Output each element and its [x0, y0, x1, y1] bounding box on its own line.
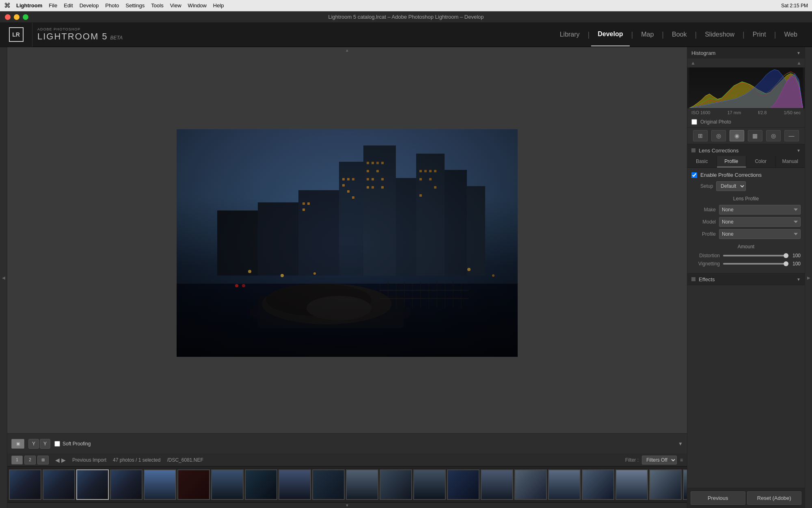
filmstrip-collapse-icon[interactable]: ≡ [680, 457, 683, 463]
vignetting-slider-thumb[interactable] [784, 261, 788, 266]
profile-select[interactable]: None [719, 229, 801, 239]
crop-tool[interactable]: ⊞ [693, 130, 708, 141]
thumb-1[interactable] [9, 469, 41, 500]
thumb-6[interactable] [177, 469, 210, 500]
distortion-slider-fill [723, 255, 786, 256]
previous-button[interactable]: Previous [691, 491, 745, 505]
menu-develop[interactable]: Develop [80, 2, 99, 9]
histogram-right-arrow[interactable]: ▲ [797, 60, 801, 66]
thumb-13[interactable] [413, 469, 446, 500]
next-arrow[interactable]: ▶ [61, 457, 66, 463]
minimize-button[interactable] [14, 14, 19, 20]
thumb-17[interactable] [548, 469, 581, 500]
menu-file[interactable]: File [49, 2, 57, 9]
thumb-5[interactable] [144, 469, 176, 500]
enable-corrections-checkbox[interactable] [691, 172, 697, 178]
radial-filter-tool[interactable]: ◎ [766, 130, 781, 141]
histogram-nav: ▲ ▲ [687, 59, 805, 67]
nav-web[interactable]: Web [777, 23, 804, 46]
filmstrip-file[interactable]: /DSC_6081.NEF [167, 457, 203, 463]
menu-window[interactable]: Window [188, 2, 207, 9]
setup-select[interactable]: Default [716, 181, 746, 191]
menu-settings[interactable]: Settings [125, 2, 145, 9]
app-header: LR ADOBE PHOTOSHOP LIGHTROOM 5 BETA Libr… [0, 23, 812, 47]
nav-book[interactable]: Book [665, 23, 693, 46]
thumb-7[interactable] [211, 469, 244, 500]
model-select[interactable]: None [719, 217, 801, 227]
top-expand[interactable]: ▲ [7, 47, 687, 53]
window-title: Lightroom 5 catalog.lrcat – Adobe Photos… [328, 14, 484, 20]
thumb-21[interactable] [683, 469, 687, 500]
close-button[interactable] [5, 14, 11, 20]
thumb-18[interactable] [582, 469, 614, 500]
make-select[interactable]: None [719, 205, 801, 215]
left-panel-toggle[interactable]: ◀ [0, 47, 7, 508]
menu-view[interactable]: View [170, 2, 181, 9]
thumb-8[interactable] [245, 469, 277, 500]
lens-tab-profile[interactable]: Profile [717, 156, 747, 167]
maximize-button[interactable] [23, 14, 28, 20]
effects-panel-header[interactable]: Effects ▼ [687, 274, 805, 285]
lens-corrections-header[interactable]: Lens Corrections ▼ [687, 145, 805, 156]
nav-slideshow[interactable]: Slideshow [698, 23, 741, 46]
collection-tab-2[interactable]: 2 [24, 456, 36, 465]
reset-button[interactable]: Reset (Adobe) [747, 491, 802, 505]
thumb-12[interactable] [380, 469, 412, 500]
filter-select[interactable]: Filters Off [642, 456, 677, 465]
thumb-16[interactable] [514, 469, 547, 500]
bottom-action-buttons: Previous Reset (Adobe) [687, 488, 805, 508]
right-panel-toggle[interactable]: ▶ [805, 47, 812, 508]
distortion-slider-thumb[interactable] [784, 253, 788, 258]
thumb-10[interactable] [312, 469, 345, 500]
thumb-3[interactable] [76, 469, 109, 500]
amount-section: Amount Distortion 100 Vignetting [691, 244, 801, 267]
nav-library[interactable]: Library [553, 23, 586, 46]
soft-proofing-checkbox[interactable] [54, 441, 60, 447]
histogram-panel-header[interactable]: Histogram ▼ [687, 47, 805, 59]
collection-tab-1[interactable]: 1 [11, 456, 23, 465]
histogram-title: Histogram [691, 50, 715, 56]
photo-container[interactable] [7, 53, 687, 433]
menu-photo[interactable]: Photo [105, 2, 119, 9]
histogram-left-arrow[interactable]: ▲ [691, 60, 695, 66]
menu-help[interactable]: Help [213, 2, 224, 9]
thumb-14[interactable] [447, 469, 479, 500]
thumb-15[interactable] [481, 469, 513, 500]
distortion-slider-row: Distortion 100 [691, 253, 801, 258]
nav-develop[interactable]: Develop [591, 23, 629, 46]
distortion-value: 100 [788, 253, 801, 258]
lens-tab-color[interactable]: Color [746, 156, 776, 167]
menu-bar: ⌘ Lightroom File Edit Develop Photo Sett… [0, 0, 812, 11]
red-eye-tool[interactable]: ◉ [730, 130, 744, 141]
spot-removal-tool[interactable]: ◎ [711, 130, 726, 141]
vignetting-value: 100 [788, 261, 801, 267]
thumb-11[interactable] [346, 469, 378, 500]
lens-tab-basic[interactable]: Basic [687, 156, 717, 167]
lens-profile-header: Lens Profile [691, 196, 801, 202]
thumb-20[interactable] [649, 469, 682, 500]
bottom-expand[interactable]: ▼ [7, 502, 687, 508]
label-y1[interactable]: Y [28, 439, 39, 449]
thumb-4[interactable] [110, 469, 143, 500]
menu-lightroom[interactable]: Lightroom [16, 2, 42, 9]
view-single-button[interactable]: ▣ [11, 439, 24, 449]
nav-print[interactable]: Print [746, 23, 773, 46]
prev-arrow[interactable]: ◀ [55, 457, 60, 463]
app-title: ADOBE PHOTOSHOP LIGHTROOM 5 BETA [37, 27, 123, 42]
thumb-2[interactable] [43, 469, 75, 500]
view-dropdown-arrow[interactable]: ▼ [678, 441, 683, 447]
apple-menu[interactable]: ⌘ [4, 2, 11, 9]
lens-tab-manual[interactable]: Manual [776, 156, 805, 167]
thumb-19[interactable] [615, 469, 648, 500]
nav-map[interactable]: Map [635, 23, 660, 46]
collection-grid-view[interactable]: ⊞ [37, 456, 49, 465]
graduated-filter-tool[interactable]: ▦ [748, 130, 762, 141]
thumb-9[interactable] [279, 469, 311, 500]
menu-right-icons: Sat 2:15 PM [781, 3, 808, 9]
tool-icons-bar: ⊞ ◎ ◉ ▦ ◎ — [687, 127, 805, 144]
menu-tools[interactable]: Tools [151, 2, 163, 9]
adjustment-brush-tool[interactable]: — [784, 130, 799, 141]
label-y2[interactable]: Y [40, 439, 50, 449]
menu-edit[interactable]: Edit [64, 2, 73, 9]
original-photo-checkbox[interactable] [691, 119, 697, 125]
